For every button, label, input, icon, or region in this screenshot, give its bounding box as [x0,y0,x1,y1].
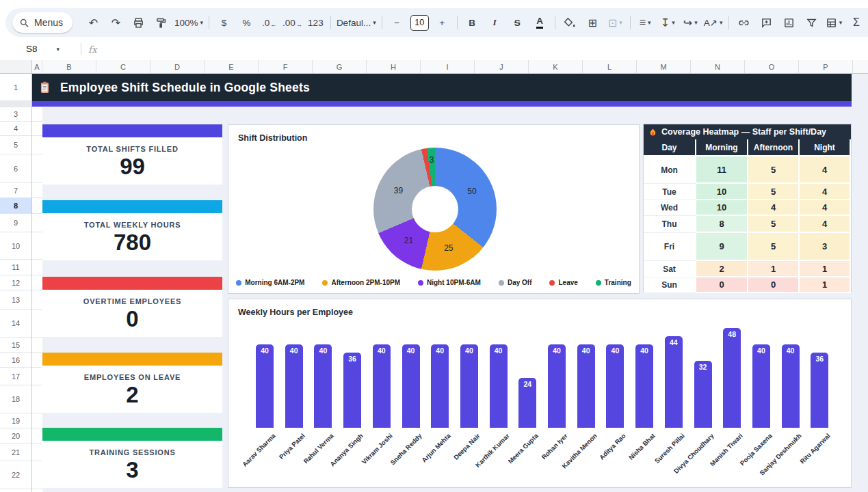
functions-button[interactable]: Σ [845,13,868,32]
kpi-card-total-shifts-filled[interactable]: TOTAL SHIFTS FILLED99 [42,124,222,184]
more-formats-button[interactable]: 123 [304,13,327,32]
paint-format-button[interactable] [150,13,172,32]
heatmap-value-cell[interactable]: 4 [800,184,851,200]
text-color-button[interactable]: A [529,13,551,32]
heatmap-value-cell[interactable]: 1 [800,277,851,293]
zoom-select[interactable]: 100%▾ [172,13,205,32]
shift-distribution-chart[interactable]: Shift Distribution 502521393 Morning 6AM… [228,124,640,294]
column-header-P[interactable]: P [799,60,853,73]
row-header-7[interactable]: 7 [0,183,31,198]
kpi-card-employees-on-leave[interactable]: EMPLOYEES ON LEAVE2 [42,353,222,413]
coverage-heatmap-table[interactable]: Coverage Heatmap — Staff per Shift/Day D… [643,124,852,292]
row-header-hidden[interactable] [0,101,31,107]
row-header-20[interactable]: 20 [0,428,31,443]
heatmap-value-cell[interactable]: 10 [696,200,748,216]
name-box[interactable]: S8 ▾ [26,44,74,54]
font-select[interactable]: Defaul...▾ [334,13,378,32]
column-header-M[interactable]: M [637,60,691,73]
row-header-4[interactable]: 4 [0,122,31,136]
heatmap-value-cell[interactable]: 5 [748,184,800,200]
heatmap-value-cell[interactable]: 4 [800,156,851,184]
row-header-21[interactable]: 21 [0,443,31,461]
row-header-17[interactable]: 17 [0,368,31,385]
column-header-extra[interactable] [853,60,868,73]
row-header-13[interactable]: 13 [0,290,31,310]
heatmap-day-cell[interactable]: Fri [644,233,696,261]
borders-button[interactable]: ⊞ [581,13,604,32]
row-header-16[interactable]: 16 [0,353,31,368]
column-header-L[interactable]: L [583,60,637,73]
insert-comment-button[interactable] [755,13,778,32]
row-header-18[interactable]: 18 [0,385,31,413]
strikethrough-button[interactable]: S [506,13,529,32]
row-header-15[interactable]: 15 [0,338,31,353]
heatmap-value-cell[interactable]: 2 [696,261,748,277]
heatmap-value-cell[interactable]: 4 [748,200,800,216]
row-header-8[interactable]: 8 [0,198,31,214]
row-header-3[interactable]: 3 [0,107,31,122]
column-header-H[interactable]: H [367,60,421,73]
select-all-corner[interactable] [0,60,32,73]
insert-chart-button[interactable] [778,13,800,32]
column-header-I[interactable]: I [421,60,475,73]
increase-decimal-button[interactable]: .00→ [280,13,304,32]
heatmap-day-cell[interactable]: Sun [644,277,696,293]
fill-color-button[interactable] [559,13,581,32]
font-size-input[interactable]: 10 [408,13,431,32]
column-header-C[interactable]: C [96,60,150,73]
heatmap-value-cell[interactable]: 1 [748,261,800,277]
font-size-increase-button[interactable]: + [431,13,453,32]
column-header-J[interactable]: J [475,60,529,73]
column-header-E[interactable]: E [205,60,259,73]
row-header-12[interactable]: 12 [0,275,31,290]
column-header-G[interactable]: G [313,60,367,73]
redo-button[interactable]: ↷ [105,13,127,32]
heatmap-value-cell[interactable]: 4 [800,216,851,233]
heatmap-value-cell[interactable]: 4 [800,200,851,216]
table-views-button[interactable]: ▾ [823,13,845,32]
font-size-value[interactable]: 10 [410,15,429,31]
column-header-O[interactable]: O [745,60,799,73]
text-wrap-button[interactable]: ↪▾ [679,13,702,32]
heatmap-value-cell[interactable]: 10 [696,184,748,200]
heatmap-value-cell[interactable]: 8 [696,216,748,233]
column-header-K[interactable]: K [529,60,583,73]
merge-cells-button[interactable]: ⊡▾ [604,13,627,32]
menus-button[interactable]: Menus [12,12,73,33]
row-header-14[interactable]: 14 [0,310,31,338]
column-header-F[interactable]: F [259,60,313,73]
heatmap-value-cell[interactable]: 5 [748,156,800,184]
kpi-card-overtime-employees[interactable]: OVERTIME EMPLOYEES0 [42,277,222,337]
heatmap-value-cell[interactable]: 0 [696,277,748,293]
dashboard-title-banner[interactable]: Employee Shift Schedule in Google Sheets [32,74,852,101]
sheet-grid[interactable]: Employee Shift Schedule in Google Sheets… [32,74,868,492]
vertical-align-button[interactable]: ↧▾ [657,13,679,32]
undo-button[interactable]: ↶ [82,13,105,32]
print-button[interactable] [127,13,150,32]
decrease-decimal-button[interactable]: .0← [258,13,280,32]
text-rotation-button[interactable]: A↗▾ [702,13,725,32]
heatmap-day-cell[interactable]: Tue [644,184,696,200]
heatmap-day-cell[interactable]: Wed [644,200,696,216]
horizontal-align-button[interactable]: ≡▾ [634,13,657,32]
row-header-19[interactable]: 19 [0,413,31,428]
heatmap-day-cell[interactable]: Sat [644,261,696,277]
heatmap-value-cell[interactable]: 0 [748,277,800,293]
weekly-hours-chart[interactable]: Weekly Hours per Employee 40Aarav Sharma… [228,299,852,488]
insert-link-button[interactable] [733,13,755,32]
bold-button[interactable]: B [461,13,484,32]
kpi-card-total-weekly-hours[interactable]: TOTAL WEEKLY HOURS780 [42,200,222,260]
row-header-5[interactable]: 5 [0,136,31,154]
row-header-1[interactable]: 1 [0,74,31,101]
column-header-N[interactable]: N [691,60,745,73]
heatmap-value-cell[interactable]: 1 [800,261,851,277]
row-header-10[interactable]: 10 [0,232,31,260]
heatmap-value-cell[interactable]: 5 [748,216,800,233]
format-percent-button[interactable]: % [235,13,258,32]
row-header-23[interactable]: 23 [0,489,31,492]
column-header-A[interactable]: A [32,60,42,73]
row-header-22[interactable]: 22 [0,461,31,489]
heatmap-day-cell[interactable]: Thu [644,216,696,233]
column-header-D[interactable]: D [150,60,205,73]
column-header-B[interactable]: B [42,60,96,73]
